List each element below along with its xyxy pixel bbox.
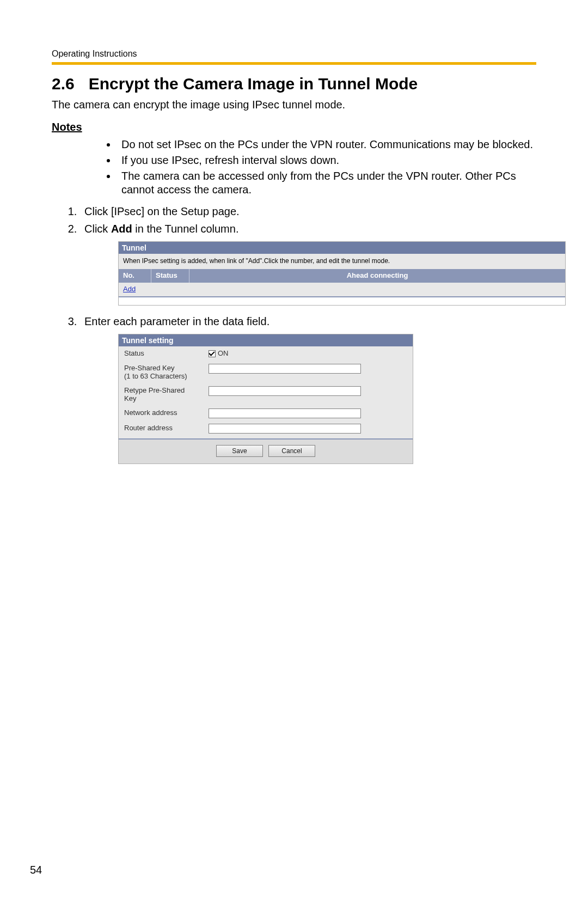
status-checkbox[interactable] [209, 350, 216, 357]
tunnel-setting-panel: Tunnel setting Status ON Pre-Shared Key … [118, 334, 413, 464]
tunnel-col-ahead-header: Ahead connecting [189, 269, 565, 283]
tunnel-panel-description: When IPsec setting is added, when link o… [119, 254, 565, 269]
notes-item: Do not set IPsec on the PCs under the VP… [117, 138, 536, 151]
tunnel-header-row: No. Status Ahead connecting [119, 269, 565, 283]
tunnel-add-link[interactable]: Add [123, 285, 136, 293]
tunnel-panel-title: Tunnel [119, 242, 565, 254]
setting-row-status: Status ON [119, 346, 413, 361]
page-number: 54 [30, 864, 42, 876]
router-address-input[interactable] [209, 424, 361, 434]
tunnel-data-row: Add [119, 283, 565, 296]
router-label: Router address [124, 424, 209, 432]
notes-item: The camera can be accessed only from the… [117, 169, 536, 197]
notes-list: Do not set IPsec on the PCs under the VP… [52, 138, 536, 197]
setting-button-row: Save Cancel [119, 440, 413, 463]
steps-list: Click [IPsec] on the Setup page. Click A… [52, 204, 536, 464]
tunnel-col-no-header: No. [119, 269, 151, 283]
tunnel-col-status-header: Status [151, 269, 189, 283]
header-rule [52, 62, 536, 65]
tunnel-panel: Tunnel When IPsec setting is added, when… [118, 241, 566, 306]
step-2: Click Add in the Tunnel column. Tunnel W… [80, 222, 536, 306]
retype-psk-input[interactable] [209, 386, 361, 396]
status-label: Status [124, 349, 209, 358]
setting-row-psk: Pre-Shared Key (1 to 63 Characters) [119, 361, 413, 383]
step-3: Enter each parameter in the data field. … [80, 314, 536, 464]
section-title-text: Encrypt the Camera Image in Tunnel Mode [89, 75, 418, 93]
network-label: Network address [124, 408, 209, 417]
document-page: Operating Instructions 2.6Encrypt the Ca… [0, 0, 588, 909]
step-3-text: Enter each parameter in the data field. [84, 315, 270, 327]
tunnel-row-status [151, 283, 189, 296]
tunnel-row-ahead [189, 283, 565, 296]
network-address-input[interactable] [209, 408, 361, 418]
cancel-button[interactable]: Cancel [268, 445, 315, 457]
section-heading: 2.6Encrypt the Camera Image in Tunnel Mo… [52, 75, 536, 93]
setting-row-router: Router address [119, 421, 413, 436]
retype-label-line2: Key [124, 394, 136, 402]
setting-row-network: Network address [119, 406, 413, 421]
setting-row-retype: Retype Pre-Shared Key [119, 383, 413, 406]
step-2-pre: Click [84, 223, 111, 235]
retype-label-line1: Retype Pre-Shared [124, 386, 185, 394]
step-2-post: in the Tunnel column. [132, 223, 239, 235]
notes-heading: Notes [52, 121, 536, 133]
notes-item: If you use IPsec, refresh interval slows… [117, 154, 536, 167]
psk-label-line2: (1 to 63 Characters) [124, 372, 187, 380]
psk-input[interactable] [209, 364, 361, 374]
step-2-bold: Add [111, 223, 132, 235]
intro-text: The camera can encrypt the image using I… [52, 99, 536, 111]
section-number: 2.6 [52, 75, 75, 93]
psk-label-line1: Pre-Shared Key [124, 364, 175, 372]
tunnel-footer-gap [119, 297, 565, 305]
step-1: Click [IPsec] on the Setup page. [80, 204, 536, 218]
save-button[interactable]: Save [216, 445, 263, 457]
tunnel-setting-title: Tunnel setting [119, 334, 413, 346]
status-value: ON [218, 349, 229, 358]
running-header: Operating Instructions [52, 49, 536, 59]
